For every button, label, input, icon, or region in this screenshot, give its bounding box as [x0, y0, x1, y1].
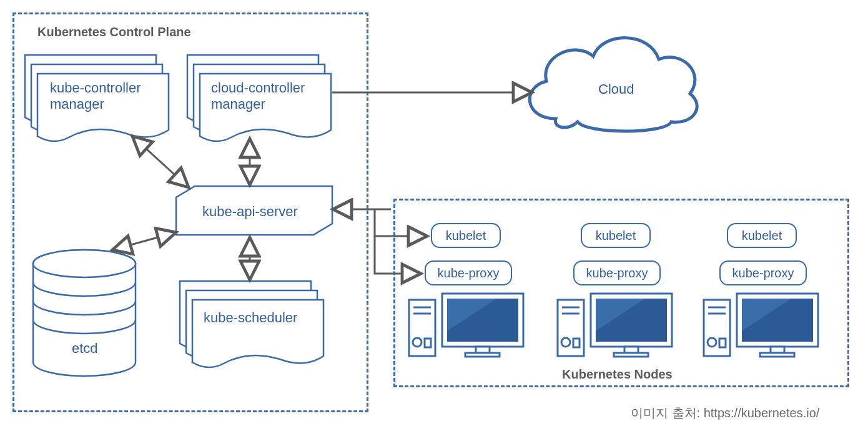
- cloud-controller-manager: cloud-controller manager: [187, 55, 331, 142]
- kube-controller-manager-label: kube-controller manager: [50, 80, 141, 113]
- cloud-label: Cloud: [598, 81, 634, 97]
- svg-rect-16: [573, 339, 579, 347]
- nodes-title: Kubernetes Nodes: [562, 367, 673, 382]
- node1-computer-icon: [406, 287, 531, 362]
- kube-api-server-label: kube-api-server: [202, 204, 298, 220]
- node1-kubelet: kubelet: [431, 223, 501, 248]
- node2-kubelet: kubelet: [581, 223, 651, 248]
- svg-point-5: [413, 338, 422, 347]
- svg-rect-21: [614, 353, 648, 357]
- svg-point-15: [561, 338, 570, 347]
- svg-point-25: [708, 338, 716, 347]
- node3-kubelet: kubelet: [727, 223, 797, 248]
- cloud-controller-manager-label: cloud-controller manager: [211, 80, 305, 113]
- attribution-text: 이미지 출처: https://kubernetes.io/: [631, 405, 819, 422]
- kube-scheduler-label: kube-scheduler: [204, 310, 297, 326]
- kube-controller-manager: kube-controller manager: [25, 55, 169, 142]
- node2-kube-proxy: kube-proxy: [573, 260, 661, 285]
- svg-rect-6: [425, 339, 431, 347]
- svg-rect-26: [719, 339, 726, 347]
- svg-point-1: [33, 250, 136, 277]
- node1-kube-proxy: kube-proxy: [425, 260, 512, 285]
- node3-kube-proxy: kube-proxy: [719, 260, 807, 285]
- control-plane-title: Kubernetes Control Plane: [37, 25, 191, 39]
- etcd: etcd: [31, 250, 137, 381]
- cloud-shape: Cloud: [518, 25, 706, 137]
- svg-rect-11: [465, 353, 500, 357]
- svg-rect-31: [760, 353, 794, 357]
- kube-api-server: kube-api-server: [176, 186, 332, 235]
- kube-scheduler: kube-scheduler: [180, 281, 323, 369]
- node3-computer-icon: [701, 287, 826, 362]
- etcd-label: etcd: [72, 340, 98, 357]
- node2-computer-icon: [555, 287, 679, 362]
